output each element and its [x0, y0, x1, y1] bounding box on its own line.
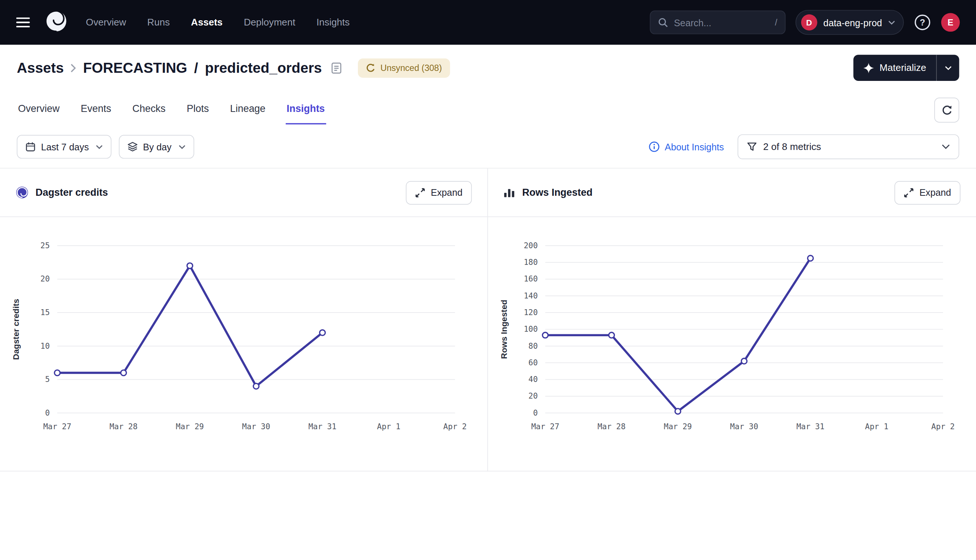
svg-text:200: 200 — [524, 241, 538, 250]
calendar-icon — [25, 142, 35, 152]
dagster-metric-icon — [15, 186, 28, 199]
svg-text:Apr 2: Apr 2 — [443, 422, 466, 431]
nav-item-runs[interactable]: Runs — [147, 17, 170, 28]
deployment-name: data-eng-prod — [823, 17, 882, 28]
nav-right: Search... / D data-eng-prod ? E — [650, 10, 960, 35]
about-insights-label: About Insights — [665, 142, 724, 152]
search-icon — [658, 17, 668, 27]
svg-text:5: 5 — [45, 375, 50, 384]
menu-icon[interactable] — [16, 17, 30, 27]
date-range-filter[interactable]: Last 7 days — [17, 135, 111, 158]
search-input[interactable]: Search... / — [650, 11, 785, 34]
materialize-dropdown-button[interactable] — [937, 55, 959, 81]
about-insights-link[interactable]: About Insights — [648, 141, 724, 152]
deployment-switcher[interactable]: D data-eng-prod — [795, 10, 904, 35]
sparkle-icon — [863, 62, 874, 73]
filter-funnel-icon — [747, 142, 757, 152]
rows-ingested-panel: Rows Ingested Expand 0204060801001201401… — [488, 168, 976, 471]
user-avatar[interactable]: E — [941, 13, 960, 32]
svg-text:25: 25 — [40, 241, 50, 250]
svg-text:Mar 28: Mar 28 — [597, 422, 625, 431]
metrics-select[interactable]: 2 of 8 metrics — [737, 135, 959, 159]
search-shortcut-hint: / — [775, 17, 777, 27]
nav-item-insights[interactable]: Insights — [316, 17, 350, 28]
svg-text:Mar 31: Mar 31 — [796, 422, 824, 431]
svg-text:Mar 31: Mar 31 — [308, 422, 336, 431]
breadcrumb-group[interactable]: FORECASTING — [83, 60, 187, 76]
expand-button[interactable]: Expand — [406, 181, 472, 204]
refresh-button[interactable] — [934, 98, 959, 122]
panel-title: Dagster credits — [35, 187, 108, 198]
materialize-label: Materialize — [879, 62, 926, 73]
chart-container: 020406080100120140160180200Mar 27Mar 28M… — [488, 217, 976, 471]
expand-button[interactable]: Expand — [895, 181, 961, 204]
tab-lineage[interactable]: Lineage — [229, 96, 267, 124]
granularity-filter[interactable]: By day — [119, 135, 194, 158]
help-button[interactable]: ? — [914, 14, 931, 31]
hamburger-icon — [16, 17, 30, 27]
svg-text:Rows Ingested: Rows Ingested — [499, 300, 509, 359]
svg-text:Mar 30: Mar 30 — [730, 422, 758, 431]
materialize-split-button: Materialize — [853, 55, 959, 81]
svg-text:0: 0 — [45, 408, 50, 417]
svg-text:Dagster credits: Dagster credits — [11, 299, 21, 360]
tab-events[interactable]: Events — [80, 96, 112, 124]
expand-icon — [415, 188, 425, 198]
svg-text:80: 80 — [528, 341, 538, 350]
tab-overview[interactable]: Overview — [17, 96, 61, 124]
svg-text:Apr 1: Apr 1 — [865, 422, 888, 431]
tab-plots[interactable]: Plots — [186, 96, 211, 124]
panel-title: Rows Ingested — [522, 187, 593, 198]
panel-header: Dagster credits Expand — [0, 168, 487, 217]
deployment-badge: D — [801, 14, 817, 31]
breadcrumb-assets-link[interactable]: Assets — [17, 60, 64, 76]
breadcrumb-separator: / — [194, 60, 198, 76]
chevron-down-icon — [944, 66, 952, 70]
dagster-credits-chart[interactable]: 0510152025Mar 27Mar 28Mar 29Mar 30Mar 31… — [0, 217, 487, 471]
expand-label: Expand — [919, 187, 951, 198]
bar-chart-icon — [503, 187, 515, 198]
svg-text:15: 15 — [40, 308, 50, 317]
svg-text:10: 10 — [40, 341, 50, 350]
unsynced-status-badge[interactable]: Unsynced (308) — [358, 58, 450, 77]
svg-text:Apr 1: Apr 1 — [377, 422, 400, 431]
tab-insights[interactable]: Insights — [286, 96, 326, 124]
refresh-icon — [941, 104, 953, 116]
svg-text:Mar 27: Mar 27 — [43, 422, 71, 431]
primary-nav: Overview Runs Assets Deployment Insights — [86, 17, 350, 28]
expand-label: Expand — [431, 187, 463, 198]
dagster-logo[interactable] — [43, 9, 69, 36]
svg-text:Mar 29: Mar 29 — [664, 422, 692, 431]
date-range-label: Last 7 days — [41, 142, 89, 152]
svg-text:120: 120 — [524, 308, 538, 317]
expand-icon — [904, 188, 914, 198]
asset-tabs: Overview Events Checks Plots Lineage Ins… — [17, 96, 326, 124]
document-icon — [331, 62, 342, 74]
chart-container: 0510152025Mar 27Mar 28Mar 29Mar 30Mar 31… — [0, 217, 487, 471]
svg-text:160: 160 — [524, 274, 538, 283]
asset-description-icon[interactable] — [331, 62, 342, 74]
materialize-button[interactable]: Materialize — [853, 55, 937, 81]
nav-item-assets[interactable]: Assets — [191, 17, 223, 28]
unsynced-status-label: Unsynced (308) — [380, 63, 442, 73]
dagster-logo-icon — [43, 9, 69, 33]
svg-text:0: 0 — [533, 408, 538, 417]
svg-text:20: 20 — [528, 391, 538, 400]
svg-text:Apr 2: Apr 2 — [931, 422, 954, 431]
asset-tabs-row: Overview Events Checks Plots Lineage Ins… — [0, 87, 976, 125]
insights-filter-row: Last 7 days By day — [0, 125, 976, 169]
breadcrumb-asset-name: predicted_orders — [205, 60, 322, 76]
layers-icon — [127, 142, 137, 152]
dagster-credits-panel: Dagster credits Expand 0510152025Mar 27M… — [0, 168, 488, 471]
nav-item-deployment[interactable]: Deployment — [244, 17, 295, 28]
rows-ingested-chart[interactable]: 020406080100120140160180200Mar 27Mar 28M… — [488, 217, 975, 471]
svg-text:Mar 29: Mar 29 — [176, 422, 204, 431]
svg-text:40: 40 — [528, 375, 538, 384]
chevron-down-icon — [179, 145, 186, 149]
svg-text:Mar 30: Mar 30 — [242, 422, 270, 431]
nav-item-overview[interactable]: Overview — [86, 17, 126, 28]
svg-text:100: 100 — [524, 324, 538, 333]
tab-checks[interactable]: Checks — [131, 96, 167, 124]
panel-header: Rows Ingested Expand — [488, 168, 976, 217]
sync-icon — [366, 63, 375, 72]
